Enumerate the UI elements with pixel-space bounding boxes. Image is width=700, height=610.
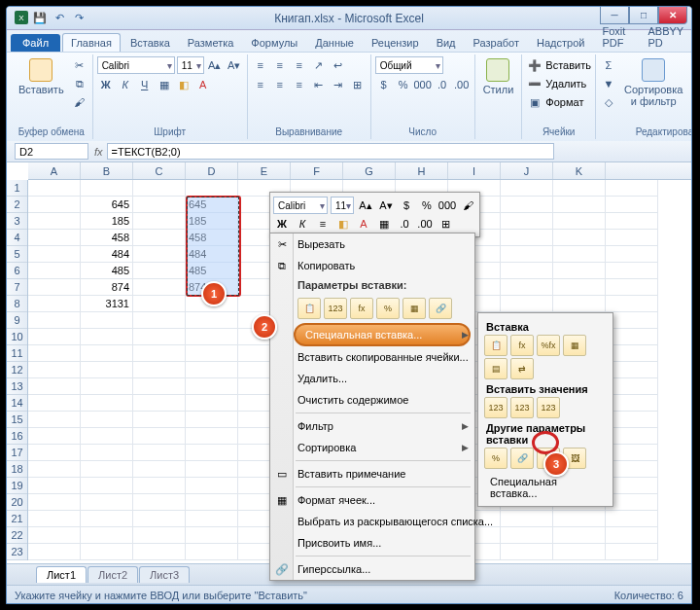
cell[interactable]	[553, 213, 606, 230]
row-header[interactable]: 9	[7, 312, 27, 329]
mini-comma-icon[interactable]: 000	[438, 197, 456, 214]
sub-nob-icon[interactable]: ▦	[563, 335, 586, 356]
fx-icon[interactable]: fx	[94, 146, 103, 158]
fill-icon2[interactable]: ▼	[600, 75, 617, 92]
indentl-icon[interactable]: ⇤	[310, 76, 328, 93]
col-header[interactable]: G	[343, 162, 396, 179]
mini-bold-icon[interactable]: Ж	[273, 215, 291, 233]
cell-value[interactable]: 185	[81, 213, 133, 230]
cell[interactable]	[186, 345, 238, 362]
col-header[interactable]: E	[238, 162, 291, 179]
col-header[interactable]: D	[186, 162, 238, 179]
sub-paste-icon[interactable]: 📋	[484, 335, 508, 356]
cell[interactable]	[28, 527, 81, 544]
name-box[interactable]: D2	[15, 143, 88, 160]
currency-icon[interactable]: $	[375, 76, 393, 93]
cell[interactable]	[81, 494, 133, 511]
cell[interactable]	[28, 230, 81, 246]
decinc-icon[interactable]: .0	[434, 76, 451, 93]
sheet-tab-1[interactable]: Лист1	[36, 566, 87, 583]
close-button[interactable]: ✕	[658, 7, 687, 24]
copy-icon[interactable]: ⧉	[71, 75, 88, 92]
ctx-filter[interactable]: Фильтр▶	[270, 415, 474, 437]
cell[interactable]	[133, 362, 186, 378]
ctx-format[interactable]: ▦Формат ячеек...	[270, 489, 474, 511]
cell[interactable]	[133, 395, 186, 412]
sub-link2-icon[interactable]: 🔗	[510, 448, 534, 469]
cell[interactable]	[133, 378, 186, 395]
cell[interactable]	[553, 197, 606, 213]
mini-curr-icon[interactable]: $	[398, 197, 415, 214]
cell[interactable]	[186, 312, 238, 329]
shrinkfont-icon[interactable]: A▾	[226, 56, 243, 74]
paste-all-icon[interactable]: 📋	[298, 298, 321, 319]
sub-valfmt-icon[interactable]: 123	[510, 397, 534, 418]
row-header[interactable]: 11	[7, 345, 27, 362]
redo-icon[interactable]: ↷	[71, 10, 87, 25]
cell[interactable]	[28, 378, 81, 395]
paste-fmt-icon[interactable]: %	[376, 298, 400, 319]
row-header[interactable]: 18	[7, 461, 27, 478]
cell[interactable]	[28, 296, 81, 312]
cell[interactable]	[606, 395, 658, 412]
row-header[interactable]: 7	[7, 279, 27, 296]
cell-value[interactable]: 485	[81, 263, 133, 279]
mini-pct-icon[interactable]: %	[418, 197, 436, 214]
cell[interactable]	[501, 279, 553, 296]
cell[interactable]	[606, 378, 658, 395]
sub-valsrc-icon[interactable]: 123	[537, 397, 560, 418]
col-header[interactable]: I	[448, 162, 501, 179]
aligntop-icon[interactable]: ≡	[252, 56, 269, 74]
mini-align-icon[interactable]: ≡	[314, 215, 332, 233]
cell[interactable]	[28, 544, 81, 560]
cell[interactable]	[186, 544, 238, 560]
tab-review[interactable]: Рецензир	[364, 34, 427, 52]
cell[interactable]	[28, 329, 81, 345]
tab-foxit[interactable]: Foxit PDF	[594, 22, 638, 52]
cells-format[interactable]: ▣Формат	[526, 93, 583, 111]
cell[interactable]	[606, 312, 658, 329]
cell[interactable]	[133, 511, 186, 527]
cell[interactable]	[28, 395, 81, 412]
sheet-tab-2[interactable]: Лист2	[88, 566, 138, 583]
cell[interactable]	[133, 478, 186, 494]
cell[interactable]	[133, 246, 186, 263]
mini-fmtp-icon[interactable]: 🖌	[459, 197, 476, 214]
cell[interactable]	[133, 312, 186, 329]
cell[interactable]	[606, 478, 658, 494]
cell[interactable]	[81, 329, 133, 345]
col-header[interactable]: B	[81, 162, 133, 179]
percent-icon[interactable]: %	[395, 76, 412, 93]
cell[interactable]	[606, 345, 658, 362]
ctx-special-paste[interactable]: Специальная вставка...	[294, 323, 471, 346]
cell[interactable]	[81, 527, 133, 544]
cell[interactable]	[186, 378, 238, 395]
sub-fmt-icon[interactable]: %	[484, 448, 508, 469]
fontcolor-icon[interactable]: A	[194, 76, 212, 93]
row-header[interactable]: 13	[7, 378, 27, 395]
cell[interactable]	[133, 329, 186, 345]
save-icon[interactable]: 💾	[32, 10, 48, 25]
cell[interactable]	[501, 511, 553, 527]
cell[interactable]	[553, 296, 606, 312]
sub-special[interactable]: Специальная вставка...	[484, 473, 607, 502]
cell[interactable]	[606, 180, 658, 197]
cell[interactable]	[133, 197, 186, 213]
sub-val-icon[interactable]: 123	[484, 397, 508, 418]
cell[interactable]	[28, 180, 81, 197]
paste-nob-icon[interactable]: ▦	[402, 298, 426, 319]
wrap-icon[interactable]: ↩	[330, 56, 347, 74]
cell[interactable]	[553, 527, 606, 544]
orient-icon[interactable]: ↗	[310, 56, 328, 74]
cell[interactable]	[553, 279, 606, 296]
cell[interactable]	[186, 494, 238, 511]
cell[interactable]	[606, 329, 658, 345]
cell[interactable]	[501, 296, 553, 312]
cell[interactable]	[501, 246, 553, 263]
col-header[interactable]: A	[28, 162, 81, 179]
cell[interactable]	[501, 180, 553, 197]
mini-color-icon[interactable]: A	[355, 215, 372, 233]
col-header[interactable]: K	[553, 162, 606, 179]
paste-val-icon[interactable]: 123	[324, 298, 347, 319]
cell[interactable]	[133, 279, 186, 296]
